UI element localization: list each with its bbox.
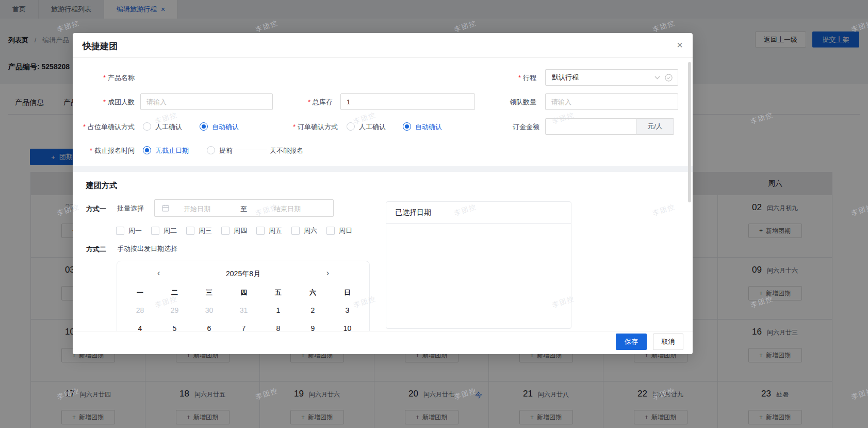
weekday-checkbox-label: 周六 bbox=[304, 226, 317, 235]
range-start-placeholder[interactable]: 开始日期 bbox=[184, 204, 210, 214]
modal-scrollbar[interactable] bbox=[688, 62, 691, 202]
range-end-placeholder[interactable]: 结束日期 bbox=[274, 204, 301, 214]
advance-days-input[interactable] bbox=[235, 137, 267, 150]
close-icon[interactable]: × bbox=[674, 39, 685, 51]
hold-manual-radio[interactable] bbox=[143, 122, 151, 131]
itinerary-label: *行程 bbox=[480, 74, 536, 82]
weekday-checkbox-1[interactable]: 周一 bbox=[116, 226, 142, 235]
check-circle-icon bbox=[665, 74, 673, 82]
section-divider bbox=[73, 166, 693, 172]
mini-calendar-weekdays: 一二三四五六日 bbox=[123, 288, 365, 297]
selected-dates-title: 已选择日期 bbox=[386, 202, 571, 224]
weekday-checkbox-7[interactable]: 周日 bbox=[326, 226, 352, 235]
mini-weekday-label: 一 bbox=[123, 288, 157, 297]
method2-name: 手动按出发日期选择 bbox=[117, 245, 177, 253]
mini-weekday-label: 三 bbox=[192, 288, 226, 297]
build-method-title: 建团方式 bbox=[86, 181, 117, 191]
calendar-icon bbox=[162, 204, 169, 213]
weekday-checkbox-row: 周一周二周三周四周五周六周日 bbox=[116, 226, 352, 235]
mini-calendar-day[interactable]: 7 bbox=[226, 324, 261, 331]
checkbox-icon[interactable] bbox=[221, 227, 230, 235]
order-manual-radio[interactable] bbox=[347, 122, 355, 131]
checkbox-icon[interactable] bbox=[326, 227, 335, 235]
min-group-input[interactable] bbox=[140, 93, 273, 110]
mini-calendar-day[interactable]: 3 bbox=[330, 306, 365, 314]
mini-calendar-day[interactable]: 5 bbox=[157, 324, 192, 331]
product-name-label: *产品名称 bbox=[78, 74, 135, 82]
weekday-checkbox-label: 周一 bbox=[128, 226, 142, 235]
total-stock-input[interactable] bbox=[340, 93, 475, 110]
checkbox-icon[interactable] bbox=[151, 227, 159, 235]
itinerary-select[interactable]: 默认行程 bbox=[545, 69, 678, 86]
mini-calendar-day[interactable]: 4 bbox=[123, 324, 157, 331]
checkbox-icon[interactable] bbox=[291, 227, 300, 235]
hold-auto-radio[interactable] bbox=[200, 122, 208, 131]
weekday-checkbox-2[interactable]: 周二 bbox=[151, 226, 177, 235]
min-group-label: *成团人数 bbox=[78, 98, 135, 106]
mini-calendar-day[interactable]: 10 bbox=[330, 324, 365, 331]
mini-calendar-day[interactable]: 30 bbox=[192, 306, 226, 314]
chevron-down-icon bbox=[654, 76, 660, 80]
hold-confirm-label: *占位单确认方式 bbox=[78, 123, 135, 131]
mini-weekday-label: 二 bbox=[157, 288, 192, 297]
weekday-checkbox-label: 周五 bbox=[269, 226, 282, 235]
mini-calendar-title: 2025年8月 bbox=[117, 270, 369, 279]
app-window: 首页旅游行程列表编辑旅游行程× 列表页 / 编辑产品 返回上一级 提交上架 产品… bbox=[0, 0, 868, 428]
selected-dates-panel: 已选择日期 bbox=[386, 201, 571, 329]
deadline-tail-text: 天不能报名 bbox=[270, 147, 303, 155]
no-deadline-radio[interactable] bbox=[143, 146, 151, 154]
order-auto-radio[interactable] bbox=[403, 122, 411, 131]
weekday-checkbox-label: 周二 bbox=[163, 226, 177, 235]
order-confirm-label: *订单确认方式 bbox=[281, 123, 338, 131]
mini-weekday-label: 日 bbox=[330, 288, 365, 297]
modal-body: *产品名称 *行程 默认行程 *成团人数 *总库存 领队数量 *占位单确认方式 bbox=[73, 58, 693, 331]
no-deadline-label[interactable]: 无截止日期 bbox=[155, 147, 189, 155]
advance-radio[interactable] bbox=[207, 146, 215, 154]
total-stock-label: *总库存 bbox=[276, 98, 333, 106]
hold-manual-label[interactable]: 人工确认 bbox=[155, 123, 182, 131]
cancel-button[interactable]: 取消 bbox=[653, 334, 683, 350]
hold-auto-label[interactable]: 自动确认 bbox=[212, 123, 239, 131]
mini-calendar-row: 28293031123 bbox=[123, 306, 365, 314]
mini-calendar-day[interactable]: 8 bbox=[261, 324, 296, 331]
checkbox-icon[interactable] bbox=[256, 227, 265, 235]
mini-calendar-day[interactable]: 28 bbox=[123, 306, 157, 314]
mini-calendar-day[interactable]: 29 bbox=[157, 306, 192, 314]
mini-weekday-label: 四 bbox=[226, 288, 261, 297]
mini-weekday-label: 六 bbox=[296, 288, 330, 297]
mini-calendar-day[interactable]: 2 bbox=[296, 306, 330, 314]
weekday-checkbox-label: 周四 bbox=[234, 226, 247, 235]
weekday-checkbox-label: 周三 bbox=[199, 226, 212, 235]
date-range-picker[interactable]: 开始日期 至 结束日期 bbox=[154, 199, 334, 217]
weekday-checkbox-3[interactable]: 周三 bbox=[186, 226, 212, 235]
modal-header: 快捷建团 × bbox=[73, 33, 693, 58]
checkbox-icon[interactable] bbox=[186, 227, 194, 235]
checkbox-icon[interactable] bbox=[116, 227, 124, 235]
deposit-unit-suffix: 元/人 bbox=[636, 118, 674, 135]
method1-label: 方式一 bbox=[86, 204, 106, 214]
modal-title: 快捷建团 bbox=[83, 40, 118, 52]
save-button[interactable]: 保存 bbox=[616, 334, 647, 350]
order-manual-label[interactable]: 人工确认 bbox=[359, 123, 386, 131]
weekday-checkbox-4[interactable]: 周四 bbox=[221, 226, 247, 235]
mini-weekday-label: 五 bbox=[261, 288, 296, 297]
method2-label: 方式二 bbox=[86, 245, 106, 254]
order-auto-label[interactable]: 自动确认 bbox=[415, 123, 442, 131]
weekday-checkbox-6[interactable]: 周六 bbox=[291, 226, 317, 235]
advance-label[interactable]: 提前 bbox=[219, 147, 233, 155]
mini-calendar-day[interactable]: 31 bbox=[226, 306, 261, 314]
leader-count-label: 领队数量 bbox=[480, 98, 536, 106]
mini-calendar-day[interactable]: 6 bbox=[192, 324, 226, 331]
mini-calendar-day[interactable]: 1 bbox=[261, 306, 296, 314]
weekday-checkbox-5[interactable]: 周五 bbox=[256, 226, 282, 235]
method1-name: 批量选择 bbox=[117, 204, 144, 213]
range-to-text: 至 bbox=[240, 204, 247, 214]
deadline-label: *截止报名时间 bbox=[78, 147, 135, 155]
deposit-input[interactable] bbox=[545, 118, 636, 135]
weekday-checkbox-label: 周日 bbox=[339, 226, 352, 235]
next-month-icon[interactable]: › bbox=[326, 268, 329, 278]
mini-calendar-day[interactable]: 9 bbox=[296, 324, 330, 331]
leader-count-input[interactable] bbox=[545, 93, 678, 110]
mini-calendar-row: 45678910 bbox=[123, 324, 365, 331]
mini-calendar: ‹ 2025年8月 › 一二三四五六日 2829303112345678910 bbox=[117, 261, 370, 331]
